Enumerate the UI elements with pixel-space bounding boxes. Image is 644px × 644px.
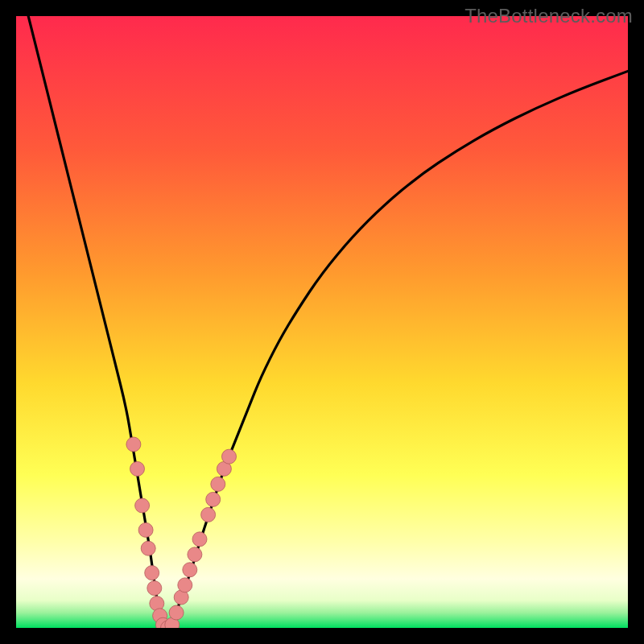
data-marker (188, 547, 202, 562)
data-marker (126, 437, 141, 452)
data-marker (147, 581, 162, 596)
plot-area (16, 16, 628, 628)
data-marker (206, 492, 221, 506)
data-marker (145, 566, 159, 580)
bottleneck-curve-path (28, 16, 628, 628)
data-marker (130, 461, 145, 476)
data-marker (169, 605, 184, 620)
data-marker (183, 563, 197, 577)
chart-frame (16, 16, 628, 628)
data-marker (201, 507, 216, 522)
data-marker (178, 578, 192, 592)
watermark-text: TheBottleneck.com (464, 5, 633, 27)
data-marker (141, 541, 155, 555)
curve-layer (16, 16, 628, 628)
data-marker (192, 532, 207, 547)
marker-layer (126, 437, 237, 628)
data-marker (135, 498, 150, 513)
bottleneck-curve (28, 16, 628, 628)
data-marker (138, 522, 153, 537)
data-marker (211, 477, 225, 491)
data-marker (222, 449, 237, 464)
